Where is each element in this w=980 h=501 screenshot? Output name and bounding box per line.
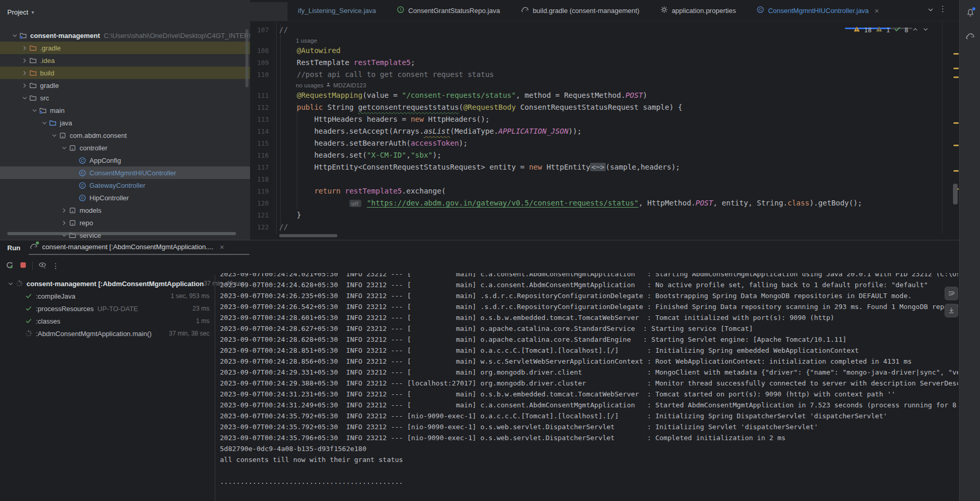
editor-vertical-scrollbar[interactable] <box>953 184 958 204</box>
console-line: ........................................… <box>220 476 958 487</box>
warning-stripe-mark[interactable] <box>953 145 959 146</box>
code-token: @RequestMapping <box>297 91 362 99</box>
code-editor[interactable]: 107//1 usage108 @Autowired109 RestTempla… <box>250 21 959 240</box>
chevron-down-icon[interactable] <box>60 145 68 151</box>
code-token: POST <box>625 91 643 99</box>
project-icon <box>19 31 28 40</box>
run-item-duration: 1 ms <box>196 317 210 325</box>
editor-tab-build-gradle-consent-management-[interactable]: build.gradle (consent-management) <box>511 0 650 21</box>
code-token: (sample,headers); <box>606 163 680 171</box>
project-tree-item--gradle[interactable]: .gradle <box>0 42 250 54</box>
gradle-tool-window-icon[interactable] <box>965 31 975 42</box>
project-tool-window: Project ▾ consent-managementC:\Users\sha… <box>0 0 251 240</box>
editor-area[interactable]: ify_Listening_Service.javaIConsentGrantS… <box>250 0 959 240</box>
tree-item-label: consent-management <box>30 32 100 40</box>
package-icon <box>68 219 77 227</box>
project-vertical-scrollbar[interactable] <box>245 29 249 87</box>
chevron-down-icon[interactable] <box>6 280 15 287</box>
scrolled-tab-remnant <box>250 2 288 21</box>
run-tree-item-consent-management-abdmconsentmgmtapplication[interactable]: consent-management [:AbdmConsentMgmtAppl… <box>0 277 215 290</box>
editor-tab-consentmgmnthiucontroller-java[interactable]: CConsentMgmntHIUController.java× <box>746 0 889 21</box>
chevron-right-icon[interactable] <box>20 82 29 89</box>
editor-horizontal-scrollbar[interactable] <box>279 234 337 237</box>
rerun-button[interactable] <box>5 261 14 271</box>
project-tree-item-main[interactable]: main <box>0 104 250 117</box>
code-token: ).getBody(); <box>809 199 862 207</box>
chevron-right-icon[interactable] <box>20 57 29 64</box>
chevron-down-icon[interactable] <box>10 32 19 39</box>
project-tree-item-appconfig[interactable]: CAppConfig <box>0 154 250 166</box>
chevron-down-icon[interactable] <box>30 107 38 114</box>
hidden-tabs-chevron-icon[interactable] <box>927 6 934 15</box>
project-tree-item-repo[interactable]: repo <box>0 216 250 229</box>
svg-text:C: C <box>759 7 762 12</box>
tree-item-label: HipController <box>89 194 129 202</box>
check-icon <box>24 304 33 313</box>
run-tree-item--processresources[interactable]: :processResourcesUP-TO-DATE23 ms <box>0 302 215 315</box>
code-token: HttpEntity <box>542 163 591 171</box>
tab-options-kebab-icon[interactable]: ⋮ <box>939 4 947 14</box>
close-tab-icon[interactable]: × <box>874 7 879 15</box>
show-options-eye-icon[interactable] <box>38 261 47 271</box>
stop-button[interactable] <box>19 261 27 271</box>
project-tree-item-gradle[interactable]: gradle <box>0 79 250 92</box>
more-options-kebab-icon[interactable]: ⋮ <box>52 262 59 270</box>
editor-tab-ify-listening-service-java[interactable]: ify_Listening_Service.java <box>288 0 386 21</box>
run-console[interactable]: 2023-09-07T00:24:24.021+05:30 INFO 23212… <box>215 273 958 501</box>
project-tree-item-hipcontroller[interactable]: CHipController <box>0 191 250 204</box>
warning-stripe-mark[interactable] <box>953 53 959 55</box>
project-tree-item-src[interactable]: src <box>0 92 250 104</box>
next-problem-icon[interactable] <box>922 26 929 34</box>
close-icon[interactable]: × <box>220 243 225 251</box>
prev-problem-icon[interactable] <box>912 26 919 34</box>
project-tree-item-gatewaycontroller[interactable]: CGatewayController <box>0 179 250 191</box>
soft-wrap-icon[interactable] <box>945 287 958 300</box>
usages-inlay-hint[interactable]: 1 usage <box>296 36 317 45</box>
run-window-title[interactable]: Run <box>7 244 20 252</box>
tree-item-label: gradle <box>40 82 59 89</box>
chevron-down-icon[interactable] <box>50 132 58 139</box>
chevron-down-icon[interactable] <box>40 120 48 126</box>
scroll-to-end-icon[interactable] <box>945 304 958 317</box>
project-tree-item--idea[interactable]: .idea <box>0 54 250 67</box>
run-configuration-tab[interactable]: consent-management [:AbdmConsentMgmtAppl… <box>30 242 224 251</box>
console-line: 2023-09-07T00:24:26.235+05:30 INFO 23212… <box>220 290 958 301</box>
svg-text:C: C <box>81 158 84 163</box>
project-tree-item-com-abdm-consent[interactable]: com.abdm.consent <box>0 129 250 142</box>
project-tree-item-consentmgmnthiucontroller[interactable]: CConsentMgmntHIUController <box>0 166 250 179</box>
project-tree-item-build[interactable]: build <box>0 67 250 79</box>
run-tree-item--classes[interactable]: :classes1 ms <box>0 315 215 327</box>
run-tree-item--abdmconsentmgmtapplication-main-[interactable]: :AbdmConsentMgmtApplication.main()37 min… <box>0 327 215 340</box>
project-panel-header[interactable]: Project ▾ <box>7 6 34 18</box>
code-author-inlay-hint[interactable]: no usagesMDZAID123 <box>296 81 366 89</box>
code-token: , entity, String. <box>713 199 787 207</box>
project-tree-item-controller[interactable]: controller <box>0 142 250 154</box>
chevron-down-icon[interactable] <box>20 95 29 101</box>
chevron-right-icon[interactable] <box>60 220 68 226</box>
project-tree-item-java[interactable]: java <box>0 117 250 129</box>
project-tree-item-consent-management[interactable]: consent-managementC:\Users\shahi\OneDriv… <box>0 29 250 42</box>
project-horizontal-scrollbar[interactable] <box>7 232 236 235</box>
line-number: 112 <box>250 101 269 113</box>
inspections-widget[interactable]: 18 1 8 <box>853 25 929 34</box>
notifications-bell-icon[interactable] <box>965 7 975 18</box>
editor-tab-consentgrantstatusrepo-java[interactable]: IConsentGrantStatusRepo.java <box>386 0 510 21</box>
code-token: String <box>323 103 358 111</box>
tree-item-label: src <box>40 94 49 102</box>
tree-item-label: .idea <box>40 57 55 65</box>
warning-stripe-mark[interactable] <box>953 68 959 69</box>
run-tree-item--compilejava[interactable]: :compileJava1 sec, 953 ms <box>0 290 215 302</box>
project-tree-item-models[interactable]: models <box>0 204 250 216</box>
tree-item-label: GatewayController <box>89 182 146 189</box>
warning-stripe-mark[interactable] <box>953 170 959 172</box>
warning-stripe-mark[interactable] <box>953 122 959 124</box>
code-token: @Autowired <box>297 46 341 55</box>
person-icon <box>325 82 331 88</box>
editor-tab-application-properties[interactable]: application.properties <box>650 0 747 21</box>
line-number: 120 <box>250 197 269 209</box>
warning-stripe-mark[interactable] <box>953 76 959 78</box>
console-line: 2023-09-07T00:24:28.628+05:30 INFO 23212… <box>220 334 958 345</box>
chevron-right-icon[interactable] <box>60 207 68 214</box>
chevron-right-icon[interactable] <box>20 70 29 76</box>
chevron-right-icon[interactable] <box>20 45 29 52</box>
